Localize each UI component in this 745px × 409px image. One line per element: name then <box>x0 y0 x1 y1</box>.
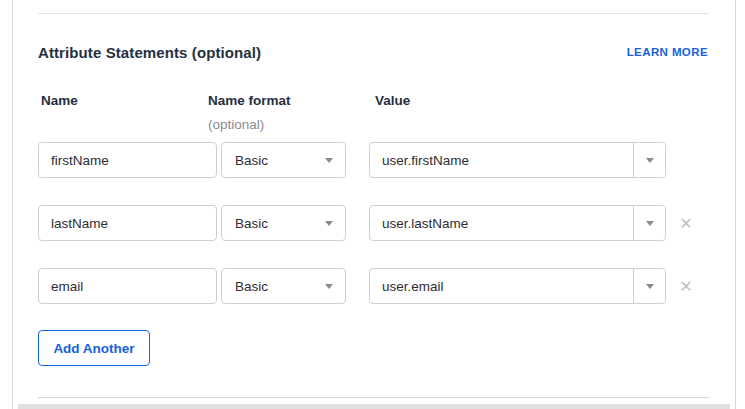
name-format-selected-value: Basic <box>235 279 325 294</box>
attribute-row: Basic ✕ <box>13 268 735 304</box>
bottom-divider <box>38 397 709 398</box>
attribute-value-combobox <box>369 205 666 241</box>
attribute-name-input[interactable] <box>38 205 217 241</box>
remove-row-button[interactable]: ✕ <box>675 213 697 235</box>
remove-row-button[interactable]: ✕ <box>675 276 697 298</box>
attribute-row: Basic ✕ <box>13 205 735 241</box>
chevron-down-icon <box>325 284 333 289</box>
learn-more-link[interactable]: LEARN MORE <box>627 46 708 58</box>
name-format-selected-value: Basic <box>235 153 325 168</box>
attribute-value-combobox <box>369 142 666 178</box>
chevron-down-icon <box>646 158 654 163</box>
top-divider <box>38 13 709 14</box>
column-header-name-format: Name format <box>208 93 291 108</box>
chevron-down-icon <box>646 284 654 289</box>
chevron-down-icon <box>646 221 654 226</box>
chevron-down-icon <box>325 221 333 226</box>
name-format-select[interactable]: Basic <box>221 205 346 241</box>
section-title: Attribute Statements (optional) <box>38 44 261 61</box>
remove-icon: ✕ <box>679 215 692 232</box>
value-dropdown-toggle[interactable] <box>633 269 665 303</box>
value-dropdown-toggle[interactable] <box>633 143 665 177</box>
form-panel: Attribute Statements (optional) LEARN MO… <box>12 0 736 409</box>
name-format-selected-value: Basic <box>235 216 325 231</box>
name-format-select[interactable]: Basic <box>221 142 346 178</box>
column-header-name: Name <box>41 93 78 108</box>
attribute-name-input[interactable] <box>38 142 217 178</box>
attribute-name-input[interactable] <box>38 268 217 304</box>
attribute-value-combobox <box>369 268 666 304</box>
attribute-value-input[interactable] <box>370 269 633 303</box>
remove-icon: ✕ <box>679 278 692 295</box>
attribute-value-input[interactable] <box>370 143 633 177</box>
value-dropdown-toggle[interactable] <box>633 206 665 240</box>
add-another-button[interactable]: Add Another <box>38 330 150 366</box>
column-header-value: Value <box>375 93 410 108</box>
chevron-down-icon <box>325 158 333 163</box>
attribute-value-input[interactable] <box>370 206 633 240</box>
column-header-format-note: (optional) <box>208 117 264 132</box>
name-format-select[interactable]: Basic <box>221 268 346 304</box>
attribute-row: Basic <box>13 142 735 178</box>
next-section-header-edge <box>18 404 730 409</box>
